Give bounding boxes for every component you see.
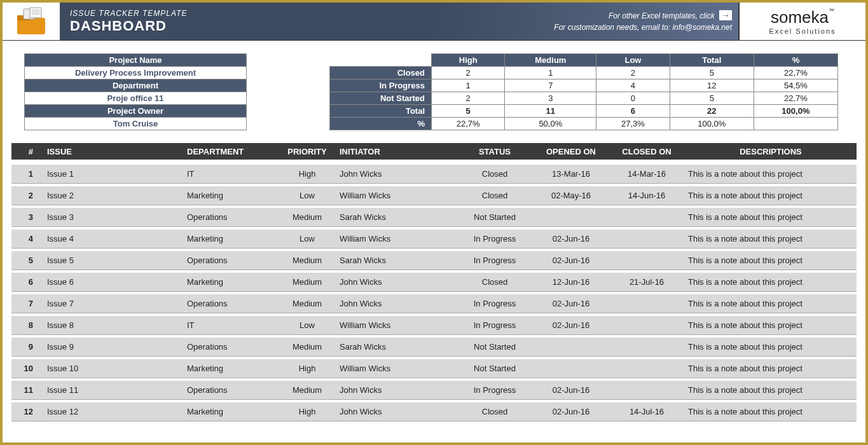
cell-opened: 02-May-16 [533, 191, 609, 200]
header-right-line1: For other Excel templates, click [609, 11, 715, 20]
cell-desc: This is a note about this project [684, 320, 857, 330]
cell-num: 2 [11, 191, 43, 200]
svg-rect-3 [30, 8, 41, 18]
summary-cell: 50,0% [505, 118, 596, 130]
cell-opened: 02-Jun-16 [533, 256, 609, 265]
someka-logo[interactable]: someka™ Excel Solutions [738, 3, 865, 40]
cell-issue: Issue 3 [43, 212, 183, 222]
col-medium: Medium [505, 54, 596, 67]
issue-row[interactable]: 8Issue 8ITLowWilliam WicksIn Progress02-… [11, 316, 857, 335]
th-initiator: INITIATOR [336, 147, 457, 156]
cell-num: 12 [11, 407, 43, 416]
cell-status: In Progress [457, 299, 533, 308]
cell-desc: This is a note about this project [684, 342, 857, 352]
col-low: Low [596, 54, 670, 67]
summary-row: %22,7%50,0%27,3%100,0% [330, 118, 838, 130]
cell-num: 6 [11, 277, 43, 287]
cell-status: Not Started [457, 342, 533, 352]
th-num: # [11, 147, 43, 156]
cell-priority: Medium [279, 277, 336, 287]
cell-priority: Medium [279, 256, 336, 265]
issues-body: 1Issue 1ITHighJohn WicksClosed13-Mar-161… [11, 165, 857, 421]
arrow-right-icon[interactable]: → [719, 10, 732, 20]
summary-row-label: Closed [330, 67, 432, 79]
summary-row-label: In Progress [330, 79, 432, 92]
cell-department: Operations [183, 212, 279, 222]
cell-issue: Issue 4 [43, 234, 183, 243]
summary-cell: 0 [596, 92, 670, 105]
summary-cell: 5 [432, 105, 505, 118]
issue-row[interactable]: 10Issue 10MarketingHighWilliam WicksNot … [11, 359, 857, 378]
cell-initiator: John Wicks [336, 169, 457, 179]
cell-closed: 14-Mar-16 [609, 169, 684, 179]
summary-header-row: High Medium Low Total % [330, 54, 838, 67]
issue-row[interactable]: 5Issue 5OperationsMediumSarah WicksIn Pr… [11, 251, 857, 270]
header-subtitle: ISSUE TRACKER TEMPLATE [70, 9, 499, 18]
cell-issue: Issue 11 [43, 385, 183, 395]
cell-num: 4 [11, 234, 43, 243]
cell-initiator: William Wicks [336, 234, 457, 243]
cell-num: 11 [11, 385, 43, 395]
cell-status: Closed [457, 407, 533, 416]
cell-num: 10 [11, 364, 43, 373]
summary-cell: 4 [596, 79, 670, 92]
issue-row[interactable]: 4Issue 4MarketingLowWilliam WicksIn Prog… [11, 229, 857, 249]
cell-desc: This is a note about this project [684, 191, 857, 200]
issue-row[interactable]: 11Issue 11OperationsMediumJohn WicksIn P… [11, 381, 857, 400]
cell-status: Closed [457, 191, 533, 200]
header-icon [3, 3, 60, 40]
cell-priority: Low [279, 234, 336, 243]
summary-row-label: % [330, 118, 432, 130]
issue-row[interactable]: 7Issue 7OperationsMediumJohn WicksIn Pro… [11, 294, 857, 313]
cell-issue: Issue 2 [43, 191, 183, 200]
summary-cell: 2 [596, 67, 670, 79]
cell-department: IT [183, 320, 279, 330]
cell-desc: This is a note about this project [684, 407, 857, 416]
cell-issue: Issue 10 [43, 364, 183, 373]
cell-initiator: William Wicks [336, 320, 457, 330]
cell-department: IT [183, 169, 279, 179]
summary-row: Closed212522,7% [330, 67, 838, 79]
th-desc: DESCRIPTIONS [684, 147, 857, 156]
department-value: Proje office 11 [25, 92, 247, 105]
cell-department: Operations [183, 256, 279, 265]
cell-opened: 02-Jun-16 [533, 385, 609, 395]
cell-closed: 14-Jul-16 [609, 407, 684, 416]
summary-row-label: Not Started [330, 92, 432, 105]
summary-cell: 2 [432, 67, 505, 79]
cell-initiator: Sarah Wicks [336, 212, 457, 222]
summary-pivot-table: High Medium Low Total % Closed212522,7%I… [329, 53, 838, 130]
cell-initiator: John Wicks [336, 385, 457, 395]
issue-row[interactable]: 12Issue 12MarketingHighJohn WicksClosed0… [11, 402, 857, 421]
cell-initiator: Sarah Wicks [336, 342, 457, 352]
summary-cell [754, 118, 837, 130]
issue-row[interactable]: 9Issue 9OperationsMediumSarah WicksNot S… [11, 338, 857, 357]
th-opened: OPENED ON [533, 147, 609, 156]
issues-header-row: # ISSUE DEPARTMENT PRIORITY INITIATOR ST… [11, 143, 857, 160]
header-title-block: ISSUE TRACKER TEMPLATE DASHBOARD [60, 3, 509, 40]
cell-desc: This is a note about this project [684, 256, 857, 265]
issue-row[interactable]: 1Issue 1ITHighJohn WicksClosed13-Mar-161… [11, 165, 857, 184]
logo-sub: Excel Solutions [769, 27, 836, 35]
project-name-value: Delivery Process Improvement [25, 67, 247, 79]
th-priority: PRIORITY [279, 147, 336, 156]
cell-num: 7 [11, 299, 43, 308]
cell-priority: Medium [279, 385, 336, 395]
summary-cell: 1 [505, 67, 596, 79]
department-label: Department [25, 79, 247, 92]
issue-row[interactable]: 2Issue 2MarketingLowWilliam WicksClosed0… [11, 186, 857, 205]
summary-cell: 22,7% [754, 67, 837, 79]
issue-row[interactable]: 6Issue 6MarketingMediumJohn WicksClosed1… [11, 273, 857, 292]
cell-department: Marketing [183, 407, 279, 416]
th-status: STATUS [457, 147, 533, 156]
cell-department: Marketing [183, 234, 279, 243]
cell-issue: Issue 6 [43, 277, 183, 287]
cell-opened: 02-Jun-16 [533, 299, 609, 308]
summary-cell: 22,7% [432, 118, 505, 130]
cell-status: Closed [457, 169, 533, 179]
logo-tm: ™ [829, 8, 834, 14]
cell-initiator: Sarah Wicks [336, 256, 457, 265]
issue-row[interactable]: 3Issue 3OperationsMediumSarah WicksNot S… [11, 208, 857, 227]
summary-cell: 100,0% [670, 118, 754, 130]
cell-priority: Medium [279, 299, 336, 308]
